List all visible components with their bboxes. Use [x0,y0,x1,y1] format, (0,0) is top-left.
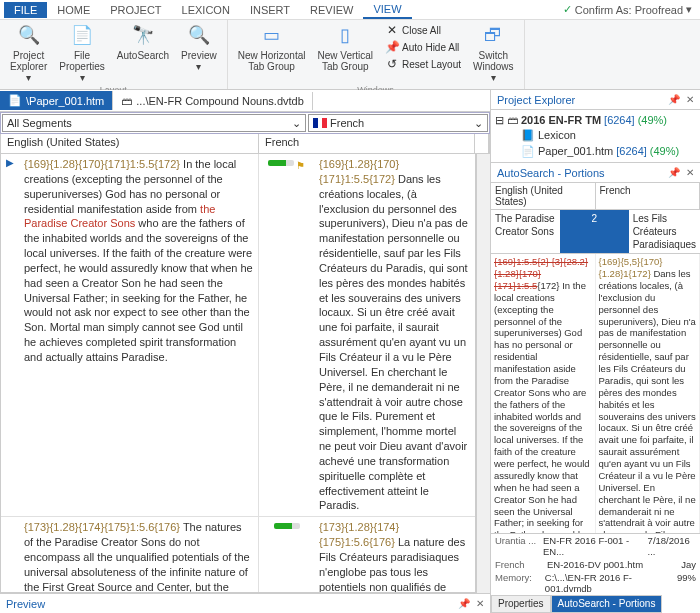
bottom-tabs: Properties AutoSearch - Portions [491,595,700,613]
tab-project[interactable]: PROJECT [100,2,171,18]
grid-header: English (United States) French [0,134,490,154]
french-flag-icon [313,118,327,128]
flag-icon: ⚑ [296,160,305,171]
tab-lexicon[interactable]: LEXICON [172,2,240,18]
new-horizontal-tabgroup-button[interactable]: ▭New Horizontal Tab Group [234,22,310,74]
pin-icon: 📌 [385,40,399,54]
window-h-icon: ▭ [260,24,284,48]
close-icon: ✕ [385,23,399,37]
preview-pane-title[interactable]: Preview📌✕ [0,593,490,613]
target-cell[interactable]: {173}{1.28}{174}{175}1:5.6{176} La natur… [314,517,475,593]
file-properties-button[interactable]: 📄File Properties▾ [55,22,109,85]
vertical-scrollbar[interactable] [476,154,490,593]
db-icon: 🗃 [121,95,132,107]
progress-bar-icon [274,523,300,529]
project-tree[interactable]: ⊟🗃2016 EN-FR TM [6264] (49%) 📘Lexicon 📄P… [491,110,700,163]
pin-icon[interactable]: 📌 [668,167,680,178]
lexicon-icon: 📘 [521,128,535,143]
chevron-down-icon: ▾ [686,3,692,16]
language-select[interactable]: French⌄ [308,114,488,132]
match-score: 2 [560,210,629,253]
tree-node-file[interactable]: 📄Paper_001.htm [6264] (49%) [521,144,696,159]
tab-home[interactable]: HOME [47,2,100,18]
col-target: French [259,134,475,153]
segment-row[interactable]: {173}{1.28}{174}{175}1:5.6{176} The natu… [1,517,475,593]
col-source: English (United States) [1,134,259,153]
pin-icon[interactable]: 📌 [668,94,680,105]
project-explorer-title: Project Explorer📌✕ [491,90,700,110]
pin-icon[interactable]: 📌 [458,598,470,609]
tab-review[interactable]: REVIEW [300,2,363,18]
switch-windows-button[interactable]: 🗗Switch Windows▾ [469,22,518,85]
html-icon: 📄 [521,144,535,159]
ribbon: 🔍Project Explorer▾ 📄File Properties▾ 🔭Au… [0,20,700,90]
autosearch-status: Urantia ...EN-FR 2016 F-001 - EN...7/18/… [491,533,700,595]
new-vertical-tabgroup-button[interactable]: ▯New Vertical Tab Group [313,22,377,74]
close-all-button[interactable]: ✕Close All [381,22,465,38]
status-cell [259,517,314,593]
status-cell: ⚑ [259,154,314,516]
tab-properties[interactable]: Properties [491,595,551,613]
auto-hide-all-button[interactable]: 📌Auto Hide All [381,39,465,55]
match-target: Les Fils Créateurs Paradisiaques [629,210,700,253]
html-icon: 📄 [8,94,22,107]
segment-filter-select[interactable]: All Segments⌄ [2,114,306,132]
autosearch-button[interactable]: 🔭AutoSearch [113,22,173,63]
document-tabs: 📄\Paper_001.htm 🗃...\EN-FR Compound Noun… [0,90,490,112]
magnifier-icon: 🔍 [17,24,41,48]
source-cell[interactable]: {173}{1.28}{174}{175}1:5.6{176} The natu… [19,517,259,593]
autosearch-title: AutoSearch - Portions📌✕ [491,163,700,183]
target-cell[interactable]: {169}{1.28}{170}{171}1:5.5{172} Dans les… [314,154,475,516]
ribbon-tab-bar: FILE HOME PROJECT LEXICON INSERT REVIEW … [0,0,700,20]
match-source: The Paradise Creator Sons [491,210,560,253]
binoculars-icon: 🔭 [131,24,155,48]
reset-icon: ↺ [385,57,399,71]
source-cell[interactable]: {169}{1.28}{170}{171}1:5.5{172} In the l… [19,154,259,516]
autosearch-context: {169}1:5.5{2} {3}{28.2}{1.28}{170}{171}1… [491,254,700,533]
window-v-icon: ▯ [333,24,357,48]
tab-view[interactable]: VIEW [363,1,411,19]
tree-root[interactable]: ⊟🗃2016 EN-FR TM [6264] (49%) [495,113,696,128]
progress-bar-icon [268,160,294,166]
preview-button[interactable]: 🔍Preview▾ [177,22,221,74]
close-icon[interactable]: ✕ [686,167,694,178]
close-icon[interactable]: ✕ [476,598,484,609]
close-icon[interactable]: ✕ [686,94,694,105]
tree-node-lexicon[interactable]: 📘Lexicon [521,128,696,143]
collapse-icon[interactable]: ⊟ [495,113,504,128]
autosearch-header: English (United States)French [491,183,700,210]
magnifier-icon: 🔍 [187,24,211,48]
row-marker: ▶ [1,154,19,516]
confirm-as-label[interactable]: ✓ Confirm As: Proofread ▾ [563,3,692,16]
translation-grid[interactable]: ▶ {169}{1.28}{170}{171}1:5.5{172} In the… [0,154,476,593]
tab-file[interactable]: FILE [4,2,47,18]
document-icon: 📄 [70,24,94,48]
autosearch-match-row[interactable]: The Paradise Creator Sons 2 Les Fils Cré… [491,210,700,254]
db-icon: 🗃 [507,113,518,128]
tab-autosearch-portions[interactable]: AutoSearch - Portions [551,595,663,613]
project-explorer-button[interactable]: 🔍Project Explorer▾ [6,22,51,85]
doc-tab-active[interactable]: 📄\Paper_001.htm [0,91,113,110]
check-icon: ✓ [563,3,572,16]
windows-icon: 🗗 [481,24,505,48]
doc-tab-inactive[interactable]: 🗃...\EN-FR Compound Nouns.dvtdb [113,92,313,110]
segment-row[interactable]: ▶ {169}{1.28}{170}{171}1:5.5{172} In the… [1,154,475,517]
tab-insert[interactable]: INSERT [240,2,300,18]
chevron-down-icon: ⌄ [292,117,301,130]
reset-layout-button[interactable]: ↺Reset Layout [381,56,465,72]
chevron-down-icon: ⌄ [474,117,483,130]
